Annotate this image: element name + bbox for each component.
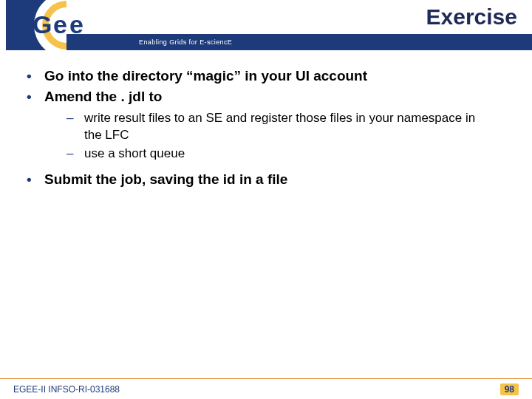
bullet-text: Submit the job, saving the id in a file bbox=[44, 171, 287, 187]
footer-reference: EGEE-II INFSO-RI-031688 bbox=[13, 384, 120, 395]
egee-logo: e G e e bbox=[6, 0, 132, 50]
tagline-text: Enabling Grids for E-sciencE bbox=[130, 34, 532, 50]
sub-bullet-text: write result files to an SE and register… bbox=[84, 111, 475, 142]
bullet-text: Go into the directory “magic” in your UI… bbox=[44, 68, 367, 83]
bullet-item: Go into the directory “magic” in your UI… bbox=[21, 66, 511, 86]
bullet-list: Go into the directory “magic” in your UI… bbox=[21, 66, 511, 189]
sub-bullet-item: use a short queue bbox=[44, 146, 511, 163]
svg-text:G: G bbox=[33, 10, 52, 38]
bullet-text: Amend the . jdl to bbox=[44, 89, 162, 104]
title-bar: Exercise bbox=[130, 0, 532, 34]
svg-text:e: e bbox=[16, 10, 30, 38]
sub-bullet-text: use a short queue bbox=[84, 146, 185, 160]
bullet-item: Amend the . jdl to write result files to… bbox=[21, 87, 511, 163]
slide-header: e G e e Exercise Enabling Grids for E-sc… bbox=[0, 0, 532, 50]
slide-footer: EGEE-II INFSO-RI-031688 98 bbox=[0, 378, 532, 399]
slide-number: 98 bbox=[500, 383, 519, 395]
slide-content: Go into the directory “magic” in your UI… bbox=[0, 50, 532, 189]
bullet-item: Submit the job, saving the id in a file bbox=[21, 170, 511, 189]
sub-bullet-item: write result files to an SE and register… bbox=[44, 110, 511, 144]
tagline-bar: Enabling Grids for E-sciencE bbox=[130, 34, 532, 50]
svg-text:e: e bbox=[53, 10, 67, 38]
slide-title: Exercise bbox=[426, 4, 517, 30]
svg-text:e: e bbox=[69, 10, 83, 38]
sub-bullet-list: write result files to an SE and register… bbox=[44, 110, 511, 163]
